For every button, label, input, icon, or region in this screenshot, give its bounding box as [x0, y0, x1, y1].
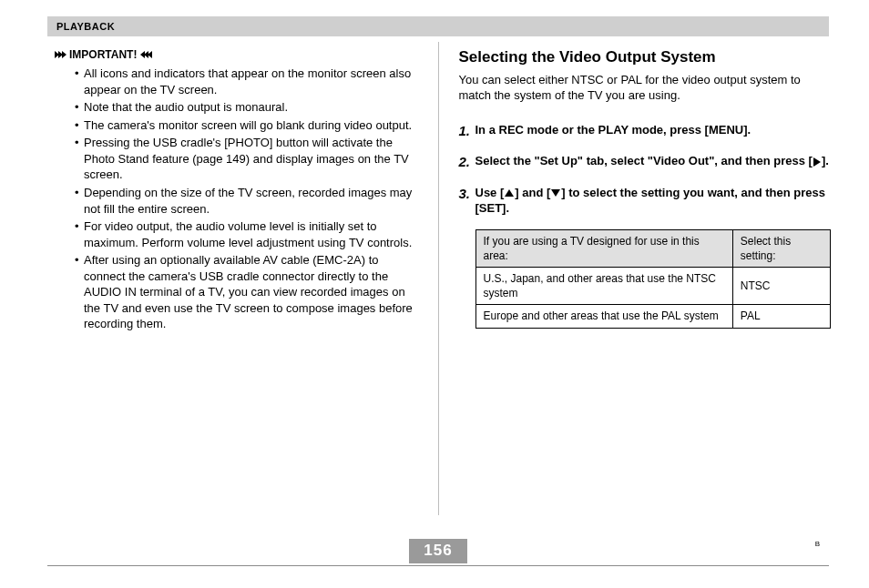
table-cell-setting: PAL — [732, 305, 830, 328]
right-column: Selecting the Video Output System You ca… — [455, 47, 830, 530]
step-text: Use [] and [] to select the setting you … — [475, 185, 830, 217]
step-3: 3 Use [] and [] to select the setting yo… — [459, 185, 830, 217]
step-number: 3 — [459, 185, 475, 217]
important-bullet-list: All icons and indicators that appear on … — [47, 66, 418, 332]
step-2: 2 Select the "Set Up" tab, select "Video… — [459, 153, 830, 171]
column-divider — [438, 42, 439, 515]
section-intro: You can select either NTSC or PAL for th… — [459, 72, 830, 104]
down-arrow-icon — [551, 189, 560, 197]
table-header-setting: Select this setting: — [732, 229, 830, 267]
table-cell-setting: NTSC — [732, 268, 830, 305]
list-item: Depending on the size of the TV screen, … — [75, 185, 418, 217]
right-arrow-icon — [813, 157, 821, 167]
back-arrows-icon — [140, 47, 151, 62]
footer-rule — [47, 565, 829, 566]
step-1: 1 In a REC mode or the PLAY mode, press … — [459, 122, 830, 140]
list-item: Note that the audio output is monaural. — [75, 99, 418, 116]
section-header-bar: PLAYBACK — [47, 16, 829, 36]
page-number-wrap: 156 — [47, 539, 829, 563]
table-header-area: If you are using a TV designed for use i… — [475, 229, 732, 267]
section-header-text: PLAYBACK — [56, 20, 115, 34]
list-item: All icons and indicators that appear on … — [75, 66, 418, 97]
list-item: For video output, the audio volume level… — [75, 218, 418, 250]
list-item: The camera's monitor screen will go blan… — [75, 117, 418, 134]
table-cell-area: U.S., Japan, and other areas that use th… — [475, 268, 732, 305]
forward-arrows-icon — [55, 47, 66, 62]
important-callout: IMPORTANT! — [47, 47, 418, 62]
manual-page: PLAYBACK IMPORTANT! All icons and indica… — [47, 16, 829, 570]
step-number: 2 — [459, 153, 475, 171]
step-number: 1 — [459, 122, 475, 140]
video-system-table: If you are using a TV designed for use i… — [475, 229, 831, 329]
important-label: IMPORTANT! — [69, 47, 137, 62]
table-row: Europe and other areas that use the PAL … — [475, 305, 830, 328]
table-row: U.S., Japan, and other areas that use th… — [475, 268, 830, 305]
list-item: After using an optionally available AV c… — [75, 252, 418, 332]
corner-mark: B — [815, 540, 820, 550]
table-cell-area: Europe and other areas that use the PAL … — [475, 305, 732, 328]
section-heading: Selecting the Video Output System — [459, 47, 830, 68]
page-number: 156 — [409, 539, 466, 563]
left-column: IMPORTANT! All icons and indicators that… — [47, 47, 422, 530]
up-arrow-icon — [505, 189, 514, 197]
page-footer: 156 — [47, 539, 829, 566]
content-columns: IMPORTANT! All icons and indicators that… — [47, 47, 829, 530]
step-text: Select the "Set Up" tab, select "Video O… — [475, 153, 830, 171]
step-text: In a REC mode or the PLAY mode, press [M… — [475, 122, 830, 140]
list-item: Pressing the USB cradle's [PHOTO] button… — [75, 135, 418, 183]
table-header-row: If you are using a TV designed for use i… — [475, 229, 830, 267]
